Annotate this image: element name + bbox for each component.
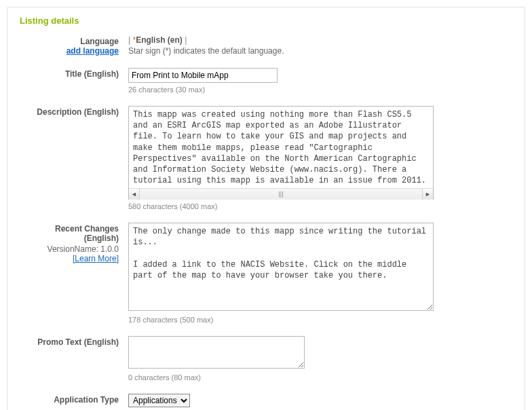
title-input[interactable] [128, 68, 278, 83]
row-app-type: Application Type Applications [20, 394, 512, 407]
promo-counter: 0 characters (80 max) [128, 373, 512, 381]
description-scroll[interactable] [129, 107, 433, 188]
section-title: Listing details [20, 16, 512, 26]
language-hint: Star sign (*) indicates the default lang… [128, 46, 512, 56]
promo-label: Promo Text (English) [20, 336, 128, 347]
row-promo: Promo Text (English) 0 characters (80 ma… [20, 336, 512, 381]
app-type-label: Application Type [20, 394, 128, 405]
add-language-link[interactable]: add language [66, 46, 119, 56]
row-language: Language add language | *English (en) | … [20, 35, 512, 56]
row-title: Title (English) 26 characters (30 max) [20, 68, 512, 94]
recent-learn-more-link[interactable]: [Learn More] [73, 254, 119, 263]
recent-changes-textarea[interactable] [128, 223, 434, 311]
row-description: Description (English) ◄ ||| ► 580 charac… [20, 106, 512, 210]
description-textarea-wrap: ◄ ||| ► [128, 106, 434, 200]
recent-label: Recent Changes (English) [55, 224, 119, 243]
recent-counter: 178 characters (500 max) [128, 316, 512, 324]
title-counter: 26 characters (30 max) [128, 86, 512, 94]
recent-label-cell: Recent Changes (English) VersionName: 1.… [20, 223, 128, 263]
title-label: Title (English) [20, 68, 128, 79]
description-textarea[interactable] [133, 109, 429, 188]
description-counter: 580 characters (4000 max) [128, 202, 512, 210]
row-recent-changes: Recent Changes (English) VersionName: 1.… [20, 223, 512, 324]
current-language: English (en) [136, 35, 183, 45]
language-label: Language [80, 37, 119, 46]
hscroll-right-arrow[interactable]: ► [422, 189, 433, 200]
description-hscroll[interactable]: ◄ ||| ► [129, 188, 433, 199]
description-label: Description (English) [20, 106, 128, 117]
language-value-cell: | *English (en) | Star sign (*) indicate… [128, 35, 512, 56]
hscroll-track[interactable]: ||| [140, 189, 422, 200]
language-label-cell: Language add language [20, 35, 128, 56]
recent-version: VersionName: 1.0.0 [20, 244, 119, 254]
promo-textarea[interactable] [128, 336, 305, 369]
listing-details-panel: Listing details Language add language | … [7, 7, 525, 410]
app-type-select[interactable]: Applications [128, 394, 190, 407]
hscroll-left-arrow[interactable]: ◄ [129, 189, 140, 200]
lang-sep-right: | [185, 35, 187, 45]
